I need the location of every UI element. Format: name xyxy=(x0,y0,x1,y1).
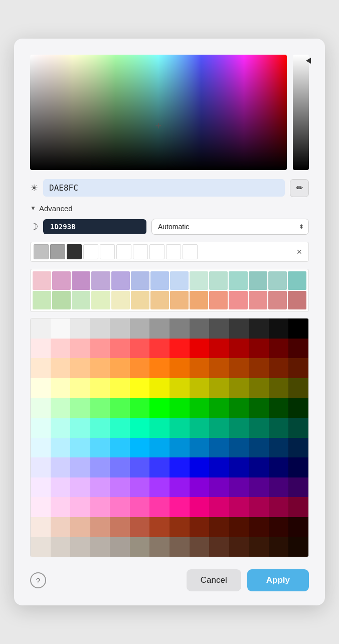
color-swatch-3-5[interactable] xyxy=(130,378,150,398)
color-swatch-6-11[interactable] xyxy=(249,438,269,458)
color-swatch-8-4[interactable] xyxy=(110,477,130,498)
pastel-swatch-25[interactable] xyxy=(249,291,267,309)
clear-recent-button[interactable]: ✕ xyxy=(293,246,305,258)
recent-swatch-3[interactable] xyxy=(67,244,82,259)
pastel-swatch-17[interactable] xyxy=(91,291,110,309)
color-swatch-4-0[interactable] xyxy=(31,398,51,418)
color-swatch-1-11[interactable] xyxy=(249,339,269,359)
pastel-swatch-4[interactable] xyxy=(111,271,130,290)
color-swatch-1-6[interactable] xyxy=(149,339,169,359)
pastel-swatch-16[interactable] xyxy=(72,291,90,309)
color-swatch-1-5[interactable] xyxy=(130,339,150,359)
color-swatch-1-10[interactable] xyxy=(229,339,249,359)
color-swatch-1-8[interactable] xyxy=(190,339,210,359)
color-swatch-4-7[interactable] xyxy=(169,398,190,418)
color-swatch-8-12[interactable] xyxy=(269,477,289,498)
color-swatch-9-1[interactable] xyxy=(51,497,71,517)
brightness-slider[interactable] xyxy=(293,55,309,170)
apply-button[interactable]: Apply xyxy=(247,569,309,591)
color-swatch-7-13[interactable] xyxy=(288,457,308,477)
color-swatch-5-6[interactable] xyxy=(149,418,169,438)
pastel-swatch-20[interactable] xyxy=(150,291,169,309)
color-swatch-4-2[interactable] xyxy=(70,398,90,418)
color-swatch-2-8[interactable] xyxy=(190,358,210,378)
color-gradient[interactable]: + xyxy=(30,55,287,170)
color-swatch-3-11[interactable] xyxy=(249,378,269,398)
color-swatch-6-8[interactable] xyxy=(190,438,210,458)
pastel-swatch-10[interactable] xyxy=(229,271,247,290)
color-swatch-0-2[interactable] xyxy=(70,318,90,339)
color-swatch-1-2[interactable] xyxy=(70,339,90,359)
recent-empty-1[interactable] xyxy=(83,244,98,259)
color-swatch-8-3[interactable] xyxy=(90,477,110,498)
recent-empty-7[interactable] xyxy=(183,244,198,259)
color-swatch-7-5[interactable] xyxy=(130,457,150,477)
color-swatch-4-5[interactable] xyxy=(130,398,150,418)
color-swatch-0-5[interactable] xyxy=(130,318,150,339)
color-swatch-5-11[interactable] xyxy=(249,418,269,438)
color-swatch-9-8[interactable] xyxy=(190,497,210,517)
color-swatch-8-5[interactable] xyxy=(130,477,150,498)
color-swatch-5-8[interactable] xyxy=(190,418,210,438)
color-swatch-0-9[interactable] xyxy=(209,318,229,339)
color-swatch-8-11[interactable] xyxy=(249,477,269,498)
color-swatch-10-3[interactable] xyxy=(90,517,110,537)
color-swatch-2-7[interactable] xyxy=(169,358,190,378)
color-swatch-11-7[interactable] xyxy=(169,537,190,557)
color-swatch-7-3[interactable] xyxy=(90,457,110,477)
color-swatch-3-13[interactable] xyxy=(288,378,308,398)
help-button[interactable]: ? xyxy=(30,572,46,588)
color-swatch-10-0[interactable] xyxy=(31,517,51,537)
color-swatch-11-10[interactable] xyxy=(229,537,249,557)
color-swatch-5-1[interactable] xyxy=(51,418,71,438)
color-swatch-9-4[interactable] xyxy=(110,497,130,517)
color-swatch-5-3[interactable] xyxy=(90,418,110,438)
color-swatch-8-1[interactable] xyxy=(51,477,71,498)
color-swatch-11-6[interactable] xyxy=(149,537,169,557)
color-swatch-10-8[interactable] xyxy=(190,517,210,537)
advanced-toggle[interactable]: ▼ Advanced xyxy=(30,204,309,213)
color-swatch-1-7[interactable] xyxy=(169,339,190,359)
recent-empty-2[interactable] xyxy=(100,244,115,259)
color-swatch-11-5[interactable] xyxy=(130,537,150,557)
color-swatch-5-4[interactable] xyxy=(110,418,130,438)
color-swatch-1-9[interactable] xyxy=(209,339,229,359)
color-swatch-9-9[interactable] xyxy=(209,497,229,517)
recent-empty-5[interactable] xyxy=(149,244,164,259)
color-swatch-11-11[interactable] xyxy=(249,537,269,557)
color-swatch-6-2[interactable] xyxy=(70,438,90,458)
pastel-swatch-8[interactable] xyxy=(190,271,208,290)
pastel-swatch-7[interactable] xyxy=(170,271,189,290)
pastel-swatch-5[interactable] xyxy=(131,271,149,290)
color-swatch-11-3[interactable] xyxy=(90,537,110,557)
color-swatch-5-9[interactable] xyxy=(209,418,229,438)
color-swatch-10-11[interactable] xyxy=(249,517,269,537)
pastel-swatch-18[interactable] xyxy=(111,291,130,309)
color-swatch-1-12[interactable] xyxy=(269,339,289,359)
color-swatch-1-0[interactable] xyxy=(31,339,51,359)
color-swatch-4-13[interactable] xyxy=(288,398,308,418)
pastel-swatch-19[interactable] xyxy=(131,291,149,309)
pastel-swatch-6[interactable] xyxy=(150,271,169,290)
pastel-swatch-2[interactable] xyxy=(72,271,90,290)
pastel-swatch-24[interactable] xyxy=(229,291,247,309)
color-swatch-6-3[interactable] xyxy=(90,438,110,458)
pastel-swatch-11[interactable] xyxy=(249,271,267,290)
color-swatch-7-2[interactable] xyxy=(70,457,90,477)
color-swatch-0-7[interactable] xyxy=(169,318,190,339)
color-swatch-8-13[interactable] xyxy=(288,477,308,498)
color-swatch-8-0[interactable] xyxy=(31,477,51,498)
color-swatch-8-6[interactable] xyxy=(149,477,169,498)
color-swatch-8-9[interactable] xyxy=(209,477,229,498)
color-swatch-7-9[interactable] xyxy=(209,457,229,477)
color-swatch-5-2[interactable] xyxy=(70,418,90,438)
color-swatch-7-8[interactable] xyxy=(190,457,210,477)
dark-hex-input[interactable] xyxy=(43,219,146,234)
color-swatch-9-11[interactable] xyxy=(249,497,269,517)
color-swatch-0-8[interactable] xyxy=(190,318,210,339)
color-swatch-3-1[interactable] xyxy=(51,378,71,398)
pastel-swatch-23[interactable] xyxy=(209,291,228,309)
color-swatch-2-2[interactable] xyxy=(70,358,90,378)
dark-mode-select[interactable]: Automatic Same as Light Custom xyxy=(151,219,309,235)
pastel-swatch-13[interactable] xyxy=(288,271,306,290)
